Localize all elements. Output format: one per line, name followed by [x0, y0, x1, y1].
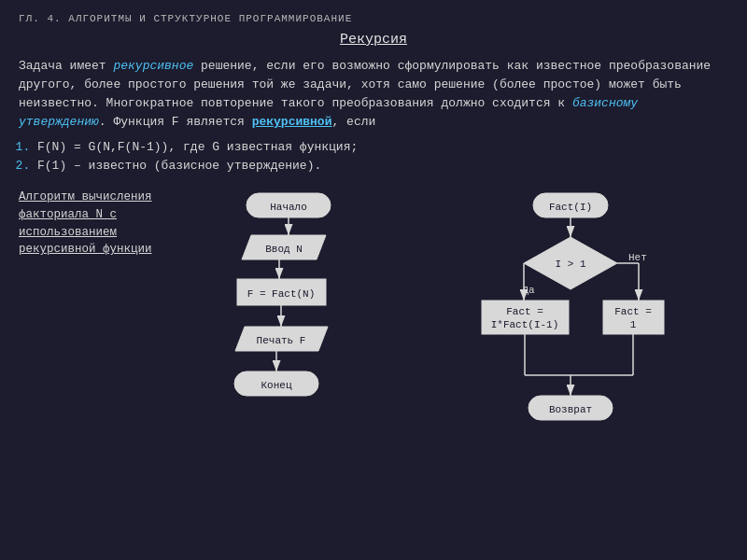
- diagrams-container: Начало Ввод N F = Fact(N) Печать F: [173, 184, 728, 450]
- node-vozvrat-label: Возврат: [549, 404, 592, 415]
- text-after-basis: . Функция F является: [99, 115, 252, 129]
- bottom-section: Алгоритм вычисления факториала N с испол…: [19, 184, 728, 450]
- section-title: Рекурсия: [19, 32, 728, 48]
- node-fact-call-label: F = Fact(N): [247, 288, 315, 300]
- recursive-word: рекурсивное: [113, 59, 193, 73]
- right-flowchart: Fact(I) I > 1 Да Нет Fact = I*Fact(I-: [477, 189, 673, 450]
- list-item-2-text: F(1) – известно (базисное утверждение).: [37, 159, 321, 173]
- text-before-recursive: Задача имеет: [19, 59, 113, 73]
- label-net: Нет: [628, 252, 647, 263]
- node-fact-1-label2: 1: [630, 319, 637, 330]
- node-fact-i-label: Fact(I): [549, 202, 592, 213]
- node-fact-1-label1: Fact =: [614, 306, 652, 317]
- node-fact-recursive-label1: Fact =: [506, 306, 543, 317]
- node-diamond-label: I > 1: [556, 259, 586, 270]
- list-item-1-text: F(N) = G(N,F(N-1)), где G известная функ…: [37, 140, 358, 154]
- page: Гл. 4. АЛГОРИТМЫ И СТРУКТУРНОЕ ПРОГРАММИ…: [0, 0, 747, 560]
- main-paragraph: Задача имеет рекурсивное решение, если е…: [19, 57, 728, 133]
- algo-description: Алгоритм вычисления факториала N с испол…: [19, 184, 163, 450]
- node-print-label: Печать F: [256, 335, 305, 346]
- node-nachalo-label: Начало: [270, 202, 307, 213]
- recursive-bold-word: рекурсивной: [252, 115, 332, 129]
- list-item-2: F(1) – известно (базисное утверждение).: [37, 157, 728, 176]
- node-konec-label: Конец: [261, 380, 291, 391]
- node-vvod-label: Ввод N: [265, 244, 303, 255]
- left-flowchart: Начало Ввод N F = Fact(N) Печать F: [228, 189, 349, 441]
- conditions-list: F(N) = G(N,F(N-1)), где G известная функ…: [37, 138, 728, 177]
- text-if: , если: [331, 115, 375, 129]
- list-item-1: F(N) = G(N,F(N-1)), где G известная функ…: [37, 138, 728, 158]
- node-fact-recursive-label2: I*Fact(I-1): [491, 319, 559, 330]
- chapter-title: Гл. 4. АЛГОРИТМЫ И СТРУКТУРНОЕ ПРОГРАММИ…: [19, 13, 728, 24]
